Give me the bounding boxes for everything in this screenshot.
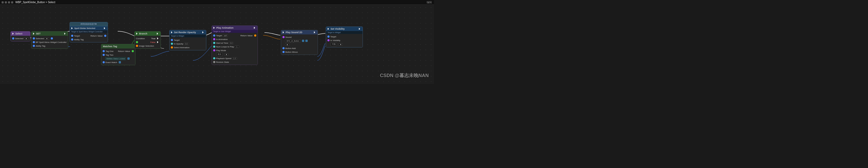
pa-target-val[interactable]: self xyxy=(223,34,228,37)
ps-sound-pin xyxy=(282,36,285,38)
branch-true-out-label: True xyxy=(151,37,156,40)
select-selected-val[interactable]: ■ xyxy=(24,37,28,40)
mt-status-check[interactable] xyxy=(127,57,130,60)
pa-numloops-label: Num Loops to Play xyxy=(216,46,234,48)
set-row-ability: Ability Tag xyxy=(31,44,68,48)
sro-opacity-pin xyxy=(171,43,173,45)
select-node-header: Select xyxy=(11,31,30,36)
matches-tag-body: Tag One Return Value Tag Two Abilities S… xyxy=(101,49,135,65)
pa-speed-val[interactable]: 1.0 xyxy=(232,57,237,60)
pa-exec-out-pin xyxy=(254,27,256,29)
sv-target-row: Target xyxy=(326,35,363,38)
call-func-node[interactable]: 调用技能按钮选中▶ Spell Globe Selected Target is… xyxy=(69,22,108,43)
sro-target-pin xyxy=(171,39,173,41)
ps-btn-minus-pin xyxy=(282,51,285,53)
call-ability-label: Ability Tag xyxy=(74,38,84,41)
sv-vis-extra[interactable]: ■ xyxy=(339,43,343,46)
sv-exec-in-pin xyxy=(328,28,330,30)
sro-opacity-val[interactable]: 0.0 xyxy=(184,43,189,45)
branch-true-row: Condition True xyxy=(135,36,160,40)
set-bp-label: BP Spell Menu Widget Controller xyxy=(36,41,67,44)
select-node[interactable]: Select Selected ■ xyxy=(10,31,30,41)
play-animation-node[interactable]: Play Animation Target is User Widget Tar… xyxy=(212,25,258,65)
set-selected-val[interactable]: ■ xyxy=(45,37,49,40)
ps-sfx-val[interactable]: SFX_UI_Button xyxy=(285,39,301,43)
sro-target-label: Target xyxy=(174,39,180,41)
set-selected-out-pin xyxy=(51,37,53,39)
top-right-button[interactable]: 编辑 xyxy=(427,1,432,4)
sv-invis-label: In Visibility xyxy=(330,39,340,41)
mt-row-tag2: Tag Two xyxy=(101,53,135,57)
pa-numloops-val[interactable]: 1 xyxy=(235,46,239,48)
sv-exec-out-pin xyxy=(359,28,361,30)
watermark: CSDN @暮志未晚NAN xyxy=(380,72,429,79)
pa-speed-pin xyxy=(213,57,215,59)
set-selected-label: Selected xyxy=(36,37,44,40)
matches-tag-node[interactable]: Matches Tag Tag One Return Value Tag Two… xyxy=(101,44,135,65)
set-node-header: SET xyxy=(31,31,68,36)
mt-exact-check[interactable] xyxy=(119,61,121,63)
sv-target-label: Target xyxy=(330,35,336,38)
call-func-ability: Ability Tag xyxy=(70,38,107,41)
mt-row-tag1: Tag One Return Value xyxy=(101,49,135,53)
pa-startat-row: Start at Time 0.0 xyxy=(212,41,257,45)
branch-img-label: Image Selection xyxy=(139,45,154,47)
ps-button-add-row: Button Add xyxy=(281,46,318,50)
sro-select-row: Select Animation xyxy=(169,46,206,49)
set-node[interactable]: SET Selected ■ BP Spell Menu Widget Cont… xyxy=(31,31,68,49)
sro-select-label: Select Animation xyxy=(174,46,190,49)
mt-exact-pin xyxy=(103,61,105,63)
ps-body: Sound SFX_UI_Button ■ Button Add Button … xyxy=(281,34,318,55)
branch-label: Branch xyxy=(139,32,147,35)
sro-select-pin xyxy=(171,46,173,49)
sv-vis-dropdown[interactable]: 可视 xyxy=(331,43,337,46)
pa-numloops-pin xyxy=(213,46,215,48)
branch-condition-pin xyxy=(136,41,138,43)
pa-subtitle: Target is User Widget xyxy=(212,30,257,33)
blueprint-canvas[interactable]: Select Selected ■ SET Selected xyxy=(0,5,434,84)
ps-extra-val[interactable]: ■ xyxy=(285,44,289,46)
branch-node[interactable]: Branch Condition True False Image Select… xyxy=(134,31,161,49)
set-row-selected: Selected ■ xyxy=(31,36,68,40)
pa-return-label: Return Value xyxy=(240,34,253,37)
pa-startat-pin xyxy=(213,42,215,44)
pa-playmode-dropdown[interactable]: 依次 xyxy=(216,53,223,56)
call-func-subtitle: Target is Spell Menu Widget Controller xyxy=(70,30,107,33)
pa-inanim-row: In Animation xyxy=(212,37,257,41)
ps-exec-in-pin xyxy=(283,31,285,33)
set-visibility-node[interactable]: Set Visibility Target is Widget Target I… xyxy=(326,27,363,48)
call-target-label: Target xyxy=(74,35,80,37)
pa-startat-val[interactable]: 0.0 xyxy=(229,42,234,44)
breadcrumb: WBP_SpellGlobe_Button > Select xyxy=(16,1,55,4)
mt-row-exact: Exact Match xyxy=(101,60,135,64)
sv-visibility-val-row: 可视 ■ xyxy=(326,42,363,46)
dot4 xyxy=(11,1,13,3)
pa-playmode-pin xyxy=(213,49,215,51)
mt-return-label: Return Value xyxy=(118,50,130,53)
sro-opacity-row: In Opacity 0.0 xyxy=(169,42,206,46)
call-exec-out-pin xyxy=(104,27,106,29)
mt-status-val[interactable]: Abilities Status Locked xyxy=(105,57,126,60)
ps-sfx-check1[interactable] xyxy=(302,40,304,42)
set-node-label: SET xyxy=(36,32,41,35)
branch-body: Condition True False Image Selection xyxy=(135,36,160,49)
sro-target-row: Target xyxy=(169,38,206,42)
pa-inanim-pin xyxy=(213,38,215,40)
ps-extra-row: ■ xyxy=(281,43,318,46)
ps-btn-add-label: Button Add xyxy=(285,47,296,50)
ps-label: Play Sound 2D xyxy=(286,31,302,34)
mt-row-status: Abilities Status Locked xyxy=(101,57,135,60)
select-selected-pin xyxy=(12,37,14,39)
pa-startat-label: Start at Time xyxy=(216,42,228,44)
titlebar: WBP_SpellGlobe_Button > Select 编辑 xyxy=(0,0,434,5)
sro-exec-in-pin xyxy=(171,31,173,33)
pa-playmode-extra[interactable]: ■ xyxy=(224,53,228,56)
branch-exec-in-pin xyxy=(136,33,138,35)
pa-speed-row: Playback Speed 1.0 xyxy=(212,56,257,60)
set-render-opacity-node[interactable]: Set Render Opacity Target is Widget Targ… xyxy=(169,30,206,50)
pa-target-pin xyxy=(213,34,215,36)
play-sound-node[interactable]: Play Sound 2D Sound SFX_UI_Button ■ xyxy=(281,30,318,55)
ps-sfx-check2[interactable] xyxy=(306,40,308,42)
pa-target-row: Target self Return Value xyxy=(212,34,257,37)
mt-exact-label: Exact Match xyxy=(105,61,117,64)
